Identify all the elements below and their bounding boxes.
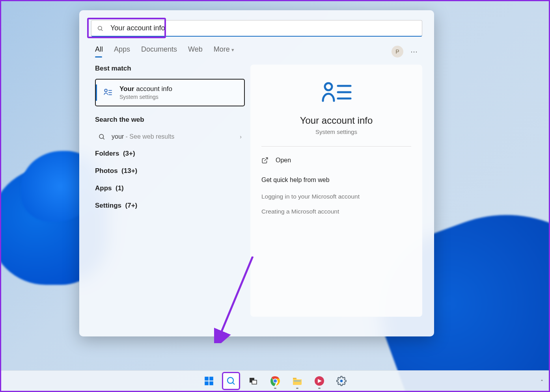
help-link-login[interactable]: Logging in to your Microsoft account — [261, 189, 411, 204]
tab-web[interactable]: Web — [188, 45, 203, 58]
category-count: (1) — [116, 184, 124, 192]
file-explorer-icon — [292, 376, 302, 386]
results-left-column: Best match Your account info System sett… — [95, 65, 245, 317]
account-info-large-icon — [321, 80, 352, 104]
web-result-suffix: - See web results — [124, 133, 174, 140]
detail-divider — [261, 146, 411, 147]
open-action[interactable]: Open — [261, 154, 411, 167]
svg-point-0 — [98, 26, 102, 30]
taskbar-recorder-button[interactable] — [311, 373, 328, 389]
chevron-down-icon: ▾ — [231, 47, 234, 53]
svg-rect-17 — [209, 381, 213, 385]
taskbar-search-button[interactable] — [223, 373, 239, 389]
task-view-icon — [248, 376, 258, 386]
best-match-title: Your account info — [119, 85, 172, 93]
tray-overflow-button[interactable]: ˄ — [541, 379, 543, 385]
svg-line-1 — [101, 30, 103, 31]
svg-point-6 — [99, 134, 104, 139]
svg-rect-15 — [209, 377, 213, 381]
svg-point-18 — [227, 377, 233, 383]
detail-panel: Your account info System settings Open G… — [250, 65, 422, 317]
best-match-subtitle: System settings — [119, 94, 172, 100]
svg-rect-21 — [252, 380, 257, 384]
category-count: (13+) — [121, 167, 137, 175]
svg-point-8 — [325, 83, 332, 90]
tab-more-label: More — [214, 45, 230, 53]
taskbar-taskview-button[interactable] — [245, 373, 261, 389]
svg-rect-16 — [205, 381, 209, 385]
best-match-title-bold: Your — [119, 85, 134, 93]
start-search-panel: All Apps Documents Web More▾ P ⋯ Best ma… — [79, 10, 434, 336]
category-label: Apps — [95, 184, 112, 192]
category-count: (7+) — [125, 202, 138, 209]
search-box[interactable] — [91, 20, 422, 37]
svg-line-7 — [103, 138, 104, 139]
windows-start-icon — [204, 376, 214, 386]
quick-help-header: Get quick help from web — [261, 176, 411, 184]
category-label: Folders — [95, 150, 119, 157]
detail-subtitle: System settings — [261, 128, 411, 135]
category-settings[interactable]: Settings (7+) — [95, 197, 245, 214]
web-result-term: your — [112, 133, 124, 140]
taskbar-settings-button[interactable] — [333, 373, 350, 389]
chevron-right-icon: › — [240, 134, 242, 140]
taskbar-explorer-button[interactable] — [289, 373, 306, 389]
screen-recorder-icon — [314, 376, 324, 386]
category-apps[interactable]: Apps (1) — [95, 180, 245, 197]
filter-tabs-row: All Apps Documents Web More▾ P ⋯ — [95, 45, 418, 58]
detail-title: Your account info — [261, 115, 411, 126]
tab-more[interactable]: More▾ — [214, 45, 234, 58]
category-count: (3+) — [123, 150, 135, 157]
category-photos[interactable]: Photos (13+) — [95, 162, 245, 180]
open-action-label: Open — [276, 157, 291, 164]
svg-point-28 — [340, 379, 343, 382]
svg-rect-14 — [205, 377, 209, 381]
help-link-create[interactable]: Creating a Microsoft account — [261, 204, 411, 219]
account-info-icon — [103, 87, 113, 98]
taskbar-start-button[interactable] — [201, 373, 217, 389]
search-input[interactable] — [110, 24, 416, 32]
chrome-icon — [270, 376, 280, 386]
svg-line-19 — [233, 383, 235, 385]
user-avatar[interactable]: P — [392, 46, 403, 58]
open-external-icon — [261, 157, 268, 164]
svg-point-2 — [104, 89, 107, 92]
category-label: Photos — [95, 167, 118, 175]
best-match-header: Best match — [95, 65, 245, 72]
best-match-item[interactable]: Your account info System settings — [95, 79, 245, 106]
category-label: Settings — [95, 202, 121, 209]
search-icon — [98, 133, 105, 140]
search-web-header: Search the web — [95, 116, 245, 124]
search-bar-container — [91, 20, 422, 37]
tab-all[interactable]: All — [95, 45, 103, 58]
web-result-item[interactable]: your - See web results › — [95, 128, 245, 145]
best-match-title-rest: account info — [134, 85, 172, 93]
category-folders[interactable]: Folders (3+) — [95, 145, 245, 162]
search-icon — [226, 376, 236, 386]
taskbar: ˄ — [1, 370, 549, 391]
more-options-button[interactable]: ⋯ — [410, 47, 418, 56]
svg-line-12 — [265, 158, 268, 161]
tab-documents[interactable]: Documents — [141, 45, 177, 58]
svg-rect-25 — [294, 381, 301, 381]
tab-apps[interactable]: Apps — [114, 45, 130, 58]
taskbar-chrome-button[interactable] — [267, 373, 283, 389]
gear-icon — [336, 376, 347, 386]
search-icon — [97, 25, 103, 32]
